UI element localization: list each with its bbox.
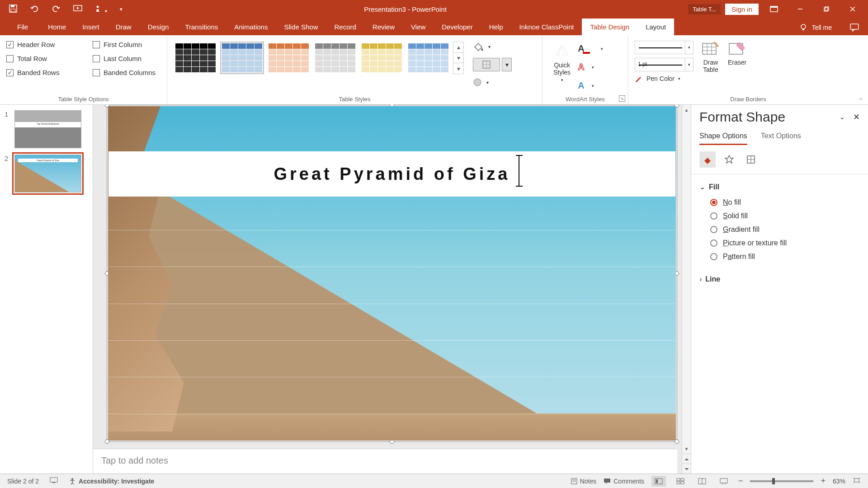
close-pane-icon[interactable]: ✕ bbox=[853, 112, 860, 122]
pen-style-dropdown[interactable]: ▾ bbox=[635, 41, 693, 54]
wordart-launcher-icon[interactable]: ↘ bbox=[619, 95, 625, 102]
chk-banded-rows[interactable]: ✓Banded Rows bbox=[6, 69, 76, 76]
notes-pane[interactable]: Tap to add notes bbox=[93, 449, 677, 474]
table-styles-gallery[interactable]: ▴▾▾ bbox=[174, 39, 464, 87]
tab-view[interactable]: View bbox=[403, 19, 434, 35]
chk-total-row[interactable]: Total Row bbox=[6, 55, 76, 62]
radio-no-fill[interactable]: No fill bbox=[710, 198, 860, 206]
tab-classpoint[interactable]: Inknoe ClassPoint bbox=[511, 19, 582, 35]
fill-line-tab-icon[interactable] bbox=[699, 151, 716, 168]
tab-file[interactable]: File bbox=[9, 19, 40, 35]
chk-header-row[interactable]: ✓Header Row bbox=[6, 41, 76, 48]
pen-weight-dropdown[interactable]: 1 pt▾ bbox=[635, 58, 693, 71]
close-icon[interactable] bbox=[842, 0, 863, 18]
tab-draw[interactable]: Draw bbox=[108, 19, 140, 35]
effects-button[interactable]: ▾ bbox=[473, 78, 512, 87]
slide-editor[interactable]: Great Pyramid of Giza Tap to add notes ▲… bbox=[93, 105, 691, 474]
radio-pattern-fill[interactable]: Pattern fill bbox=[710, 253, 860, 261]
slide-title-text[interactable]: Great Pyramid of Giza bbox=[274, 164, 510, 184]
effects-tab-icon[interactable] bbox=[721, 151, 737, 168]
thumbnail-slide-2[interactable]: 2 Great Pyramid of Giza bbox=[5, 155, 88, 192]
reading-view-icon[interactable] bbox=[695, 476, 709, 487]
tab-record[interactable]: Record bbox=[326, 19, 364, 35]
group-label: Table Styles bbox=[167, 96, 542, 103]
scroll-up-icon[interactable]: ▲ bbox=[682, 105, 691, 115]
zoom-slider[interactable] bbox=[750, 480, 813, 482]
borders-button[interactable] bbox=[473, 58, 500, 71]
table-style-2[interactable] bbox=[220, 42, 264, 74]
radio-solid-fill[interactable]: Solid fill bbox=[710, 212, 860, 220]
tab-animations[interactable]: Animations bbox=[226, 19, 276, 35]
table-style-3[interactable] bbox=[267, 42, 311, 74]
tab-text-options[interactable]: Text Options bbox=[761, 132, 801, 145]
ribbon-display-options-icon[interactable] bbox=[763, 0, 785, 18]
touch-mode-icon[interactable]: ▾ bbox=[95, 5, 107, 14]
tab-slideshow[interactable]: Slide Show bbox=[276, 19, 326, 35]
text-effects-button[interactable]: A▾ bbox=[578, 79, 603, 93]
collapse-ribbon-icon[interactable]: ︿ bbox=[859, 95, 863, 102]
slide-counter[interactable]: Slide 2 of 2 bbox=[7, 478, 39, 485]
chk-first-column[interactable]: First Column bbox=[93, 41, 163, 48]
tab-insert[interactable]: Insert bbox=[74, 19, 108, 35]
comments-icon[interactable] bbox=[850, 23, 859, 32]
restore-icon[interactable] bbox=[816, 0, 837, 18]
pen-color-button[interactable]: Pen Color ▾ bbox=[635, 75, 693, 82]
line-section-toggle[interactable]: › Line bbox=[699, 271, 860, 288]
title-text-band[interactable]: Great Pyramid of Giza bbox=[108, 151, 675, 197]
slideshow-icon[interactable] bbox=[73, 5, 82, 14]
radio-gradient-fill[interactable]: Gradient fill bbox=[710, 225, 860, 234]
fit-to-window-icon[interactable] bbox=[853, 477, 861, 485]
tab-design[interactable]: Design bbox=[140, 19, 177, 35]
next-slide-icon[interactable]: ⏷ bbox=[682, 464, 691, 474]
pane-options-icon[interactable]: ⌄ bbox=[840, 113, 845, 121]
object-selection[interactable]: Great Pyramid of Giza bbox=[107, 105, 677, 442]
tab-review[interactable]: Review bbox=[364, 19, 403, 35]
zoom-out-icon[interactable]: − bbox=[738, 476, 743, 486]
chk-banded-columns[interactable]: Banded Columns bbox=[93, 69, 163, 76]
slideshow-view-icon[interactable] bbox=[717, 476, 731, 487]
zoom-level[interactable]: 63% bbox=[833, 478, 845, 485]
size-tab-icon[interactable] bbox=[743, 151, 759, 168]
tab-shape-options[interactable]: Shape Options bbox=[699, 132, 747, 145]
notes-toggle[interactable]: Notes bbox=[571, 478, 597, 485]
tab-developer[interactable]: Developer bbox=[434, 19, 481, 35]
display-settings-icon[interactable] bbox=[50, 477, 58, 485]
shading-button[interactable]: ▾ bbox=[473, 42, 512, 52]
draw-table-button[interactable]: Draw Table bbox=[702, 41, 720, 82]
slide-sorter-icon[interactable] bbox=[673, 476, 688, 487]
zoom-thumb[interactable] bbox=[772, 478, 775, 484]
tell-me-search[interactable]: Tell me bbox=[790, 23, 868, 35]
normal-view-icon[interactable] bbox=[651, 476, 666, 487]
table-style-5[interactable] bbox=[360, 42, 404, 74]
tab-layout[interactable]: Layout bbox=[637, 19, 674, 35]
table-styles-more[interactable]: ▴▾▾ bbox=[453, 42, 464, 74]
text-fill-button[interactable]: A▾ bbox=[578, 42, 603, 56]
table-style-6[interactable] bbox=[406, 42, 450, 74]
vertical-scrollbar[interactable]: ▲ ▼ ⏶ ⏷ bbox=[682, 105, 691, 474]
prev-slide-icon[interactable]: ⏶ bbox=[682, 454, 691, 464]
tab-transitions[interactable]: Transitions bbox=[177, 19, 226, 35]
table-style-1[interactable] bbox=[174, 42, 217, 74]
zoom-in-icon[interactable]: + bbox=[821, 476, 826, 486]
fill-section-toggle[interactable]: ⌄ Fill bbox=[699, 178, 860, 196]
text-outline-button[interactable]: A▾ bbox=[578, 60, 603, 74]
scroll-down-icon[interactable]: ▼ bbox=[682, 444, 691, 454]
minimize-icon[interactable] bbox=[789, 0, 811, 18]
tab-home[interactable]: Home bbox=[40, 19, 74, 35]
borders-dropdown[interactable]: ▾ bbox=[502, 58, 512, 71]
tab-table-design[interactable]: Table Design bbox=[582, 19, 637, 35]
table-style-4[interactable] bbox=[313, 42, 357, 74]
sign-in-button[interactable]: Sign in bbox=[725, 4, 759, 15]
tab-help[interactable]: Help bbox=[481, 19, 511, 35]
quick-styles-button[interactable]: A Quick Styles ▾ bbox=[549, 39, 575, 93]
save-icon[interactable] bbox=[9, 5, 17, 14]
undo-icon[interactable] bbox=[30, 5, 39, 14]
svg-point-18 bbox=[474, 79, 481, 86]
accessibility-status[interactable]: Accessibility: Investigate bbox=[69, 478, 154, 485]
radio-picture-fill[interactable]: Picture or texture fill bbox=[710, 239, 860, 247]
chk-last-column[interactable]: Last Column bbox=[93, 55, 163, 62]
thumbnail-slide-1[interactable]: 1 bbox=[5, 110, 88, 148]
comments-toggle[interactable]: Comments bbox=[604, 478, 644, 485]
eraser-button[interactable]: Eraser bbox=[728, 41, 746, 82]
redo-icon[interactable] bbox=[52, 5, 61, 14]
